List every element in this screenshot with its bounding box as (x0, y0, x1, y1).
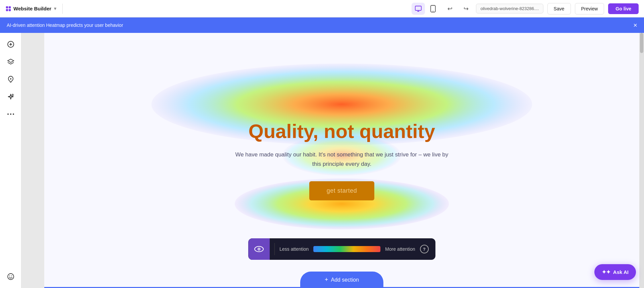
add-section-plus: + (325, 276, 328, 283)
sidebar-ai-button[interactable] (3, 72, 18, 87)
svg-rect-3 (9, 9, 11, 11)
more-icon (7, 113, 14, 115)
brand-label: Website Builder (13, 6, 51, 11)
scrollbar-thumb[interactable] (640, 33, 643, 53)
legend-less-label: Less attention (279, 246, 309, 252)
brand-logo[interactable]: Website Builder ▾ (5, 6, 56, 12)
ask-ai-icon: ✦✦ (602, 269, 610, 275)
redo-button[interactable]: ↪ (460, 3, 472, 15)
hero-section: Quality, not quantity We have made quali… (44, 33, 639, 288)
legend-more-label: More attention (385, 246, 415, 252)
ai-heatmap-banner: AI-driven attention Heatmap predicts you… (0, 17, 644, 33)
mobile-view-button[interactable] (426, 3, 440, 15)
legend-divider (274, 243, 275, 255)
svg-point-17 (8, 274, 14, 280)
sidebar-face-button[interactable] (3, 269, 18, 284)
legend-gradient-bar (313, 246, 380, 252)
svg-rect-0 (6, 6, 8, 8)
add-section-button[interactable]: + Add section (300, 272, 383, 288)
hero-title: Quality, not quantity (249, 121, 435, 142)
brand-chevron: ▾ (54, 6, 56, 11)
scrollbar[interactable] (639, 33, 644, 288)
layers-icon (7, 58, 14, 65)
brand-icon (5, 6, 11, 12)
ask-ai-button[interactable]: ✦✦ Ask AI (594, 264, 636, 280)
desktop-view-button[interactable] (412, 3, 425, 15)
svg-point-18 (9, 276, 10, 276)
svg-marker-12 (8, 59, 14, 62)
save-button[interactable]: Save (547, 3, 571, 14)
eye-icon (254, 245, 264, 253)
svg-point-16 (13, 113, 14, 115)
preview-button[interactable]: Preview (575, 3, 604, 14)
svg-point-13 (10, 78, 11, 80)
heatmap-legend: Less attention More attention ? (248, 238, 435, 260)
ask-ai-label: Ask AI (613, 269, 629, 275)
banner-text: AI-driven attention Heatmap predicts you… (7, 22, 123, 28)
add-icon (7, 41, 14, 48)
ai-icon (7, 76, 14, 83)
svg-rect-1 (9, 6, 11, 8)
site-name: olivedrab-wolverine-823286.... (476, 4, 543, 13)
svg-rect-4 (415, 6, 421, 10)
svg-rect-2 (6, 9, 8, 11)
hero-subtitle: We have made quality our habit. It's not… (234, 150, 449, 170)
canvas-area: Quality, not quantity We have made quali… (21, 33, 644, 288)
hero-cta-button[interactable]: get started (309, 181, 375, 200)
topbar: Website Builder ▾ ↩ ↪ olivedrab-wolverin… (0, 0, 644, 17)
sidebar-sparkle-button[interactable] (3, 89, 18, 104)
sparkle-icon (7, 93, 14, 100)
legend-eye-box (248, 238, 270, 260)
svg-point-14 (7, 113, 9, 115)
svg-point-8 (433, 11, 433, 11)
page-content: Quality, not quantity We have made quali… (44, 33, 639, 288)
svg-point-19 (11, 276, 12, 276)
add-section-label: Add section (331, 277, 359, 283)
svg-point-25 (258, 248, 260, 250)
mobile-icon (430, 5, 436, 12)
add-section-bar: + Add section (300, 272, 383, 288)
undo-button[interactable]: ↩ (444, 3, 456, 15)
face-icon (7, 273, 15, 281)
svg-point-15 (10, 113, 11, 115)
device-switcher (412, 3, 440, 15)
close-banner-button[interactable]: × (633, 22, 637, 29)
golive-button[interactable]: Go live (608, 3, 639, 14)
legend-help-button[interactable]: ? (420, 245, 429, 253)
sidebar-more-button[interactable] (3, 107, 18, 122)
sidebar-add-button[interactable] (3, 37, 18, 52)
desktop-icon (415, 5, 422, 12)
main-layout: Quality, not quantity We have made quali… (0, 33, 644, 288)
sidebar (0, 33, 21, 288)
sidebar-layers-button[interactable] (3, 54, 18, 69)
topbar-separator (62, 4, 63, 14)
